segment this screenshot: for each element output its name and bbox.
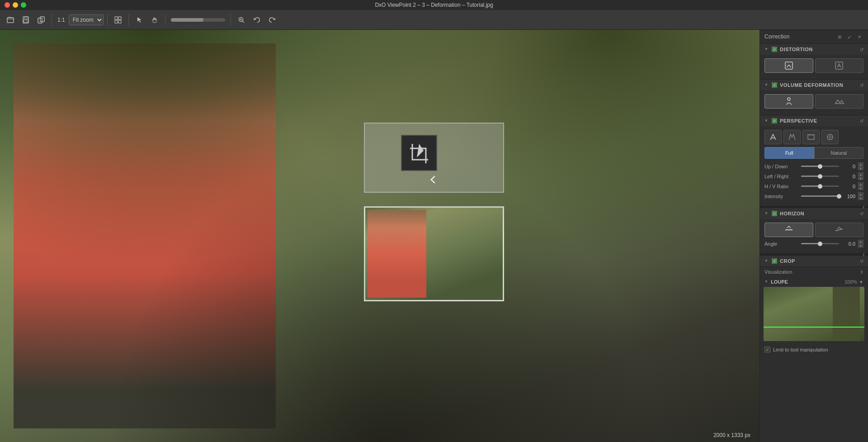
canvas-area[interactable]: 2000 x 1333 px (0, 30, 760, 442)
distortion-manual-btn[interactable] (815, 58, 864, 73)
up-down-decrement[interactable]: ▼ (858, 166, 863, 170)
crop-checkbox[interactable]: ✓ (772, 258, 777, 264)
visualization-header: Visualization ⬆ (760, 267, 868, 277)
perspective-checkbox[interactable]: ✓ (772, 118, 777, 124)
horizon-section-header[interactable]: ▼ ✓ HORIZON ↺ (760, 208, 868, 219)
redo-button[interactable] (265, 13, 279, 27)
up-down-increment[interactable]: ▲ (858, 162, 863, 166)
left-right-increment[interactable]: ▲ (858, 172, 863, 176)
visualization-expand-icon[interactable]: ⬆ (860, 270, 863, 275)
intensity-value: 100 (842, 194, 855, 199)
perspective-tool-3[interactable] (802, 130, 820, 144)
volume-deformation-header[interactable]: ▼ ✓ VOLUME DEFORMATION ↺ (760, 80, 868, 90)
panel-icon-btn-2[interactable]: ↙ (845, 33, 854, 41)
distortion-reset-icon[interactable]: ↺ (860, 47, 863, 52)
left-right-fill (801, 176, 820, 177)
grid-view-button[interactable] (111, 13, 125, 27)
crop-section-header[interactable]: ▼ ✓ CROP ↺ (760, 256, 868, 266)
right-panel: Correction ⊞ ↙ ✕ ▼ ✓ DISTORTION ↺ (760, 30, 868, 442)
fit-zoom-select[interactable]: Fit zoom 25% 50% 100% 200% (69, 14, 104, 25)
volume-landscape-btn[interactable] (815, 94, 864, 109)
minimize-button[interactable] (13, 2, 18, 8)
hv-ratio-decrement[interactable]: ▼ (858, 186, 863, 190)
perspective-tool-2[interactable] (783, 130, 801, 144)
distortion-section: ▼ ✓ DISTORTION ↺ (760, 44, 868, 80)
volume-deformation-checkbox[interactable]: ✓ (772, 82, 777, 88)
intensity-slider[interactable] (801, 195, 839, 197)
distortion-auto-btn[interactable] (764, 58, 813, 73)
export-button[interactable] (34, 13, 48, 27)
loupe-zoom-value: 100% (844, 279, 857, 285)
loupe-zoom-area: 100% ▼ (844, 279, 863, 285)
angle-fill (801, 243, 820, 244)
titlebar: DxO ViewPoint 2 – 3 – Deformation – Tuto… (0, 0, 868, 10)
pointer-tool-button[interactable] (132, 13, 146, 27)
angle-increment[interactable]: ▲ (858, 240, 863, 243)
horizon-manual-btn[interactable] (815, 223, 864, 237)
perspective-section-body: Full Natural Up / Down 0 ▲ ▼ (760, 126, 868, 206)
svg-line-11 (242, 21, 244, 23)
hv-ratio-slider[interactable] (801, 185, 839, 187)
svg-rect-7 (118, 17, 121, 19)
intensity-decrement[interactable]: ▼ (858, 196, 863, 200)
hv-ratio-increment[interactable]: ▲ (858, 182, 863, 186)
maximize-button[interactable] (21, 2, 26, 8)
loupe-zoom-dropdown-icon[interactable]: ▼ (859, 280, 863, 285)
save-button[interactable] (19, 13, 33, 27)
angle-decrement[interactable]: ▼ (858, 244, 863, 247)
toolbar-separator-5 (231, 14, 231, 25)
up-down-slider[interactable] (801, 166, 839, 167)
perspective-tool-group (764, 130, 863, 144)
volume-person-btn[interactable] (764, 94, 813, 109)
angle-slider[interactable] (801, 243, 839, 244)
undo-button[interactable] (250, 13, 264, 27)
panel-icon-btn-1[interactable]: ⊞ (835, 33, 844, 41)
panel-icon-btn-3[interactable]: ✕ (855, 33, 863, 41)
angle-value: 0.0 (842, 241, 855, 247)
perspective-tab-full[interactable]: Full (764, 147, 814, 159)
perspective-section: ▼ ✓ PERSPECTIVE ↺ (760, 115, 868, 206)
perspective-up-down-row: Up / Down 0 ▲ ▼ (764, 162, 863, 170)
distortion-btn-group (764, 58, 863, 73)
tool-icon-container (401, 135, 437, 171)
loupe-preview-image (764, 287, 864, 341)
hv-ratio-thumb (818, 184, 822, 189)
open-file-button[interactable] (4, 13, 17, 27)
perspective-collapse-icon: ▼ (764, 119, 769, 123)
horizon-checkbox[interactable]: ✓ (772, 211, 777, 216)
perspective-reset-icon[interactable]: ↺ (860, 119, 863, 124)
distortion-enabled-checkbox[interactable]: ✓ (772, 47, 777, 52)
loupe-collapse-icon: ▼ (764, 280, 769, 284)
volume-deformation-reset-icon[interactable]: ↺ (860, 83, 863, 88)
angle-stepper: ▲ ▼ (858, 240, 863, 247)
perspective-section-title: PERSPECTIVE (780, 118, 857, 124)
close-button[interactable] (5, 2, 10, 8)
intensity-fill (801, 195, 839, 197)
perspective-tab-natural[interactable]: Natural (814, 147, 864, 159)
intensity-increment[interactable]: ▲ (858, 192, 863, 196)
crop-tool-icon (408, 142, 430, 164)
svg-rect-0 (7, 18, 14, 23)
distortion-section-header[interactable]: ▼ ✓ DISTORTION ↺ (760, 44, 868, 55)
toolbar-separator-1 (52, 14, 52, 25)
horizon-collapse-icon: ▼ (764, 211, 769, 216)
left-right-decrement[interactable]: ▼ (858, 176, 863, 180)
hand-tool-button[interactable] (148, 13, 161, 27)
visualization-title: Visualization (764, 269, 793, 275)
preview-person-subject (368, 210, 426, 298)
loupe-section: ▼ LOUPE 100% ▼ ✓ Limit to tool manipulat… (760, 277, 868, 356)
image-dimensions-status: 2000 x 1333 px (713, 432, 750, 438)
perspective-tool-4[interactable] (821, 130, 839, 144)
crop-reset-icon[interactable]: ↺ (860, 259, 863, 264)
limit-to-tool-label: Limit to tool manipulation (773, 347, 828, 352)
horizon-auto-btn[interactable] (764, 223, 813, 237)
horizon-reset-icon[interactable]: ↺ (860, 211, 863, 216)
loupe-header: ▼ LOUPE 100% ▼ (760, 277, 868, 287)
left-right-slider[interactable] (801, 176, 839, 177)
zoom-in-button[interactable] (235, 13, 248, 27)
intensity-thumb (837, 194, 841, 199)
perspective-section-header[interactable]: ▼ ✓ PERSPECTIVE ↺ (760, 115, 868, 126)
toolbar-separator-3 (128, 14, 129, 25)
limit-to-tool-checkbox[interactable]: ✓ (764, 347, 770, 352)
perspective-tool-1[interactable] (764, 130, 782, 144)
